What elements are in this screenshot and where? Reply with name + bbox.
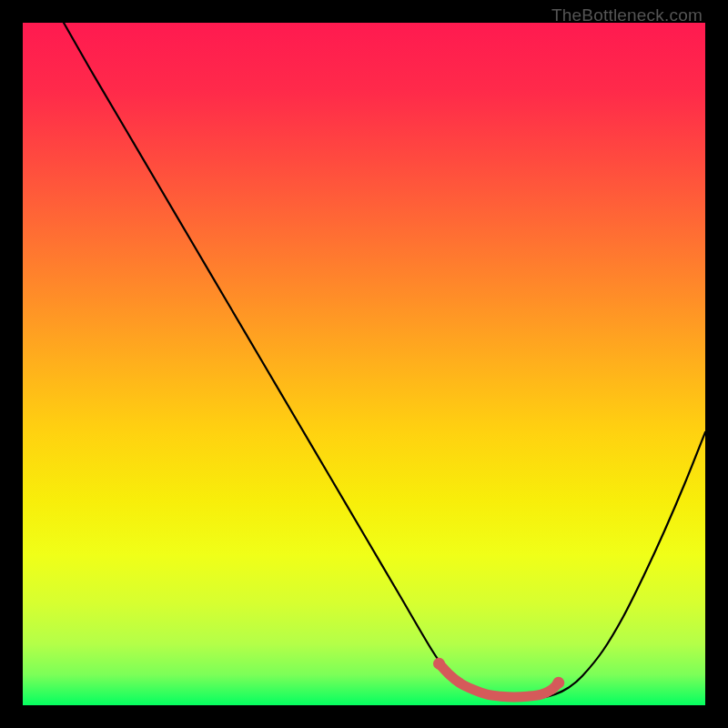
marker-endpoint bbox=[433, 658, 445, 670]
bottleneck-curve bbox=[64, 23, 705, 699]
chart-svg bbox=[23, 23, 705, 705]
chart-container: TheBottleneck.com bbox=[0, 0, 728, 728]
optimal-range-marker bbox=[440, 663, 559, 697]
marker-endpoint bbox=[552, 677, 564, 689]
plot-area bbox=[23, 23, 705, 705]
